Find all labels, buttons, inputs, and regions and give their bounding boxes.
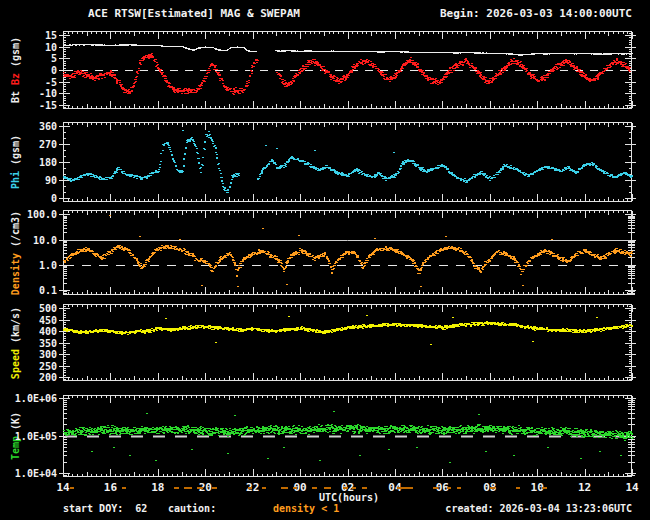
y-axis-label-density: Density (/cm3): [10, 210, 21, 294]
y-tick-label: 1.0E+05: [0, 431, 57, 442]
y-tick-label: 1.0: [0, 260, 57, 271]
y-tick-label: 270: [0, 139, 57, 150]
panel-canvas-speed: [55, 304, 645, 381]
y-tick-label: 250: [0, 361, 57, 372]
y-tick-label: 360: [0, 121, 57, 132]
panel-canvas-mag: [55, 31, 645, 109]
begin-timestamp: Begin: 2026-03-03 14:00:00UTC: [440, 7, 632, 20]
y-tick-label: 450: [0, 315, 57, 326]
y-tick-label: -10: [0, 88, 57, 99]
caution-marks-strip: [0, 487, 650, 491]
y-tick-label: 5: [0, 53, 57, 64]
y-tick-label: 10.0: [0, 235, 57, 246]
created-timestamp: created: 2026-03-04 13:23:06UTC: [445, 503, 632, 514]
y-tick-label: 10: [0, 42, 57, 53]
ace-rtsw-plot: ACE RTSW[Estimated] MAG & SWEPAM Begin: …: [0, 0, 650, 520]
y-tick-label: 0.1: [0, 285, 57, 296]
y-tick-label: 0: [0, 65, 57, 76]
y-tick-label: 180: [0, 157, 57, 168]
panel-canvas-density: [55, 210, 645, 295]
y-tick-label: 0: [0, 193, 57, 204]
panel-canvas-temp: [55, 395, 645, 477]
panel-canvas-phi: [55, 122, 645, 202]
y-tick-label: 400: [0, 326, 57, 337]
caution-value: density < 1: [273, 503, 339, 514]
y-tick-label: 100.0: [0, 209, 57, 220]
y-tick-label: -5: [0, 77, 57, 88]
y-tick-label: 500: [0, 303, 57, 314]
y-tick-label: 300: [0, 349, 57, 360]
plot-title: ACE RTSW[Estimated] MAG & SWEPAM: [88, 7, 300, 20]
y-tick-label: 15: [0, 30, 57, 41]
y-tick-label: 1.0E+06: [0, 393, 57, 404]
start-doy-label: start DOY: 62: [63, 503, 147, 514]
caution-label: caution:: [168, 503, 216, 514]
y-tick-label: 90: [0, 175, 57, 186]
y-tick-label: 200: [0, 372, 57, 383]
y-tick-label: 350: [0, 338, 57, 349]
y-tick-label: -15: [0, 100, 57, 111]
y-tick-label: 1.0E+04: [0, 468, 57, 479]
